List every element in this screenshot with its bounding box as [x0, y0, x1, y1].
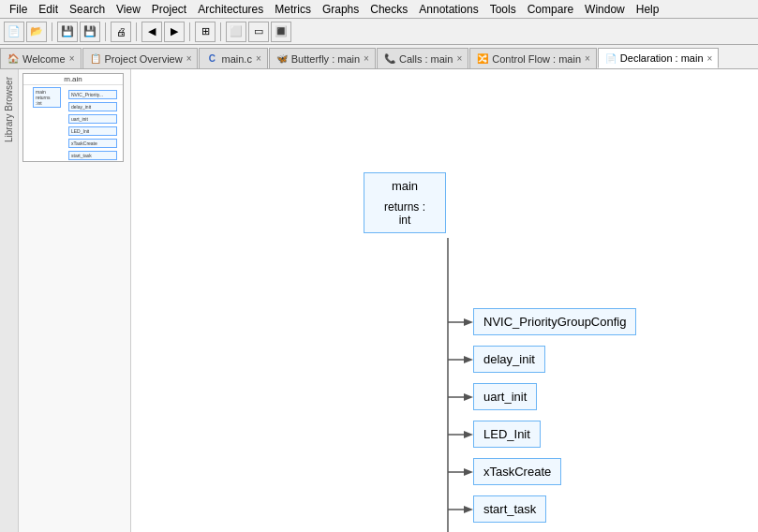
svg-marker-2 — [464, 318, 473, 326]
new-button[interactable]: 📄 — [4, 22, 24, 42]
thumb-delay-node: delay_init — [68, 102, 117, 111]
toolbar-separator-1 — [52, 22, 52, 41]
svg-marker-11 — [464, 431, 473, 438]
tab-butterfly[interactable]: 🦋 Butterfly : main × — [269, 48, 376, 68]
split-v-button[interactable]: ▭ — [248, 22, 269, 42]
tab-project[interactable]: 📋 Project Overview × — [82, 48, 199, 68]
node-uart-init-label: uart_init — [483, 390, 527, 404]
left-sidebar: Library Browser — [0, 69, 19, 532]
menu-file[interactable]: File — [4, 1, 33, 18]
thumb-start-node: start_task — [68, 151, 117, 160]
tab-control-flow-label: Control Flow : main — [492, 53, 581, 65]
tab-main-c-close[interactable]: × — [256, 53, 261, 64]
menu-help[interactable]: Help — [631, 1, 665, 18]
thumb-led-node: LED_Init — [68, 126, 117, 136]
forward-button[interactable]: ▶ — [164, 22, 185, 42]
tab-declaration[interactable]: 📄 Declaration : main × — [598, 48, 720, 68]
svg-marker-14 — [464, 468, 473, 476]
node-start-task[interactable]: start_task — [473, 495, 546, 523]
tab-calls[interactable]: 📞 Calls : main × — [377, 48, 468, 68]
node-nvic[interactable]: NVIC_PriorityGroupConfig — [473, 308, 636, 335]
menubar: File Edit Search View Project Architectu… — [0, 0, 758, 19]
toolbar-separator-3 — [136, 22, 137, 41]
tab-butterfly-label: Butterfly : main — [291, 53, 360, 65]
svg-marker-5 — [464, 356, 473, 363]
node-main-title: main — [374, 179, 436, 193]
node-delay-init-label: delay_init — [483, 352, 535, 366]
back-button[interactable]: ◀ — [141, 22, 162, 42]
tab-welcome-label: Welcome — [22, 53, 66, 65]
menu-annotations[interactable]: Annotations — [413, 1, 483, 18]
save-button[interactable]: 💾 — [57, 22, 78, 42]
menu-view[interactable]: View — [111, 1, 146, 18]
tab-welcome-close[interactable]: × — [69, 53, 75, 64]
thumbnail-content: mainreturns:int NVIC_Priority... delay_i… — [23, 85, 123, 160]
menu-tools[interactable]: Tools — [484, 1, 522, 18]
toolbar: 📄 📂 💾 💾 🖨 ◀ ▶ ⊞ ⬜ ▭ 🔳 — [0, 19, 758, 45]
tab-declaration-close[interactable]: × — [707, 53, 713, 64]
diagram-canvas[interactable]: main returns :int NVIC_PriorityGroupConf… — [131, 69, 758, 532]
zoom-button[interactable]: 🔳 — [271, 22, 291, 42]
print-button[interactable]: 🖨 — [111, 22, 131, 42]
tab-main-c-icon: C — [205, 52, 218, 66]
thumb-uart-node: uart_init — [68, 114, 117, 124]
node-start-task-label: start_task — [483, 502, 536, 516]
tab-main-c-label: main.c — [221, 53, 251, 65]
tab-project-icon: 📋 — [89, 52, 102, 66]
tab-control-flow-icon: 🔀 — [476, 52, 489, 66]
node-delay-init[interactable]: delay_init — [473, 346, 545, 373]
tab-welcome-icon: 🏠 — [7, 52, 20, 66]
layout-button[interactable]: ⊞ — [195, 22, 216, 42]
tab-project-close[interactable]: × — [186, 53, 192, 64]
menu-graphs[interactable]: Graphs — [317, 1, 364, 18]
tabbar: 🏠 Welcome × 📋 Project Overview × C main.… — [0, 45, 758, 69]
main-layout: Library Browser m.ain mainreturns:int NV… — [0, 69, 758, 532]
tab-welcome[interactable]: 🏠 Welcome × — [0, 48, 82, 68]
menu-window[interactable]: Window — [579, 1, 631, 18]
thumb-xtask-node: xTaskCreate — [68, 139, 117, 148]
thumb-main-node: mainreturns:int — [33, 87, 61, 108]
node-xtask-create-label: xTaskCreate — [483, 465, 551, 479]
thumbnail-title: m.ain — [23, 74, 123, 85]
tab-calls-icon: 📞 — [383, 52, 396, 66]
save-all-button[interactable]: 💾 — [80, 22, 100, 42]
menu-metrics[interactable]: Metrics — [269, 1, 317, 18]
node-xtask-create[interactable]: xTaskCreate — [473, 458, 561, 485]
tab-calls-label: Calls : main — [399, 53, 453, 65]
tab-declaration-icon: 📄 — [604, 52, 617, 65]
toolbar-separator-2 — [105, 22, 106, 41]
menu-search[interactable]: Search — [64, 1, 111, 18]
tab-calls-close[interactable]: × — [456, 53, 462, 64]
node-main-subtitle: returns :int — [374, 200, 436, 227]
split-h-button[interactable]: ⬜ — [226, 22, 246, 42]
tab-project-label: Project Overview — [105, 53, 183, 65]
menu-architectures[interactable]: Architectures — [192, 1, 269, 18]
thumbnail-panel: m.ain mainreturns:int NVIC_Priority... d… — [19, 69, 131, 532]
menu-project[interactable]: Project — [146, 1, 192, 18]
svg-marker-17 — [464, 506, 473, 513]
tab-main-c[interactable]: C main.c × — [199, 48, 267, 68]
menu-compare[interactable]: Compare — [522, 1, 579, 18]
tab-butterfly-close[interactable]: × — [364, 53, 369, 64]
open-button[interactable]: 📂 — [26, 22, 47, 42]
menu-checks[interactable]: Checks — [364, 1, 413, 18]
node-nvic-label: NVIC_PriorityGroupConfig — [483, 315, 626, 329]
toolbar-separator-5 — [220, 22, 221, 41]
toolbar-separator-4 — [189, 22, 190, 41]
tab-control-flow[interactable]: 🔀 Control Flow : main × — [469, 48, 597, 68]
node-led-init-label: LED_Init — [483, 427, 530, 441]
menu-edit[interactable]: Edit — [33, 1, 64, 18]
tab-declaration-label: Declaration : main — [620, 52, 704, 64]
thumbnail-container: m.ain mainreturns:int NVIC_Priority... d… — [22, 73, 124, 162]
node-main[interactable]: main returns :int — [364, 172, 446, 233]
node-uart-init[interactable]: uart_init — [473, 383, 537, 410]
thumb-nvic-node: NVIC_Priority... — [68, 90, 117, 99]
tab-butterfly-icon: 🦋 — [275, 52, 289, 66]
diagram-svg — [131, 69, 758, 532]
svg-marker-8 — [464, 393, 473, 401]
tab-control-flow-close[interactable]: × — [585, 53, 590, 64]
node-led-init[interactable]: LED_Init — [473, 421, 541, 448]
sidebar-library-label: Library Browser — [2, 73, 16, 146]
